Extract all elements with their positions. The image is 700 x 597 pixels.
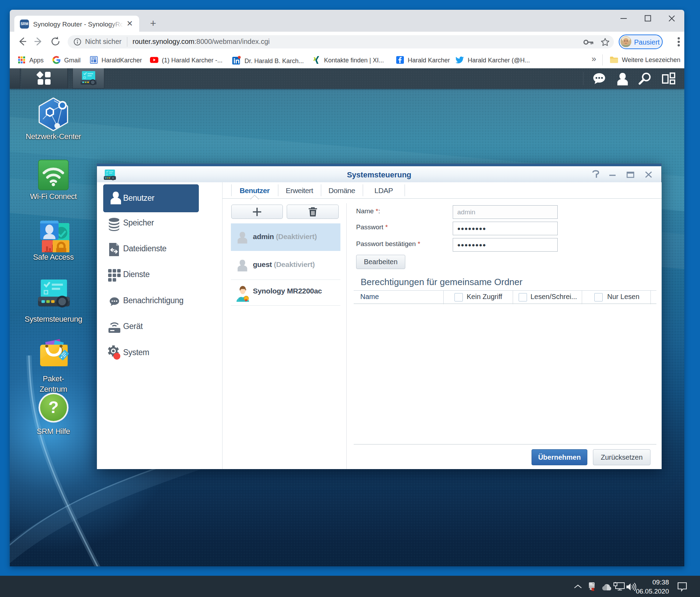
svg-text:?: ?	[48, 398, 59, 416]
